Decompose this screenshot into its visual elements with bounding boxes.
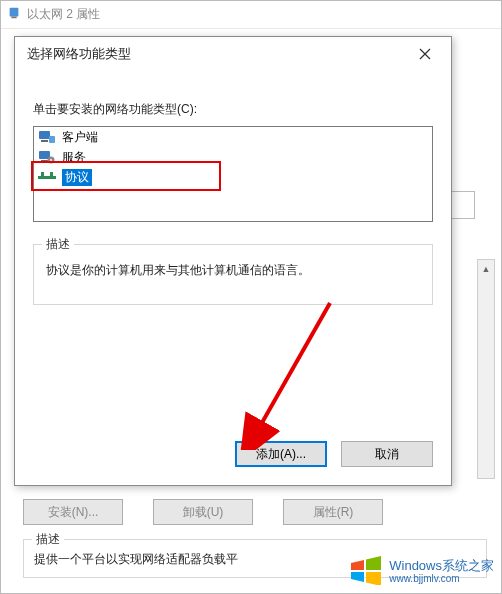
dialog-titlebar: 选择网络功能类型 [15,37,451,71]
svg-marker-18 [351,572,364,582]
add-button[interactable]: 添加(A)... [235,441,327,467]
list-item-service[interactable]: 服务 [34,147,432,167]
svg-rect-1 [11,17,16,19]
watermark-suffix: 系统之家 [442,558,494,573]
feature-type-listbox[interactable]: 客户端 服务 协议 [33,126,433,222]
svg-rect-13 [50,172,53,178]
svg-point-10 [50,159,52,161]
nic-icon [7,6,21,23]
scrollbar[interactable]: ▲ [477,259,495,479]
service-icon [38,149,56,165]
svg-marker-19 [366,572,381,585]
select-feature-type-dialog: 选择网络功能类型 单击要安装的网络功能类型(C): 客户端 服务 [14,36,452,486]
protocol-icon [38,169,56,185]
parent-title: 以太网 2 属性 [27,6,100,23]
parent-button-row: 安装(N)... 卸载(U) 属性(R) [23,499,487,525]
svg-marker-16 [351,560,364,570]
windows-logo-icon [349,555,383,588]
dialog-button-row: 添加(A)... 取消 [235,441,433,467]
svg-rect-0 [10,8,19,17]
watermark-text-block: Windows系统之家 www.bjjmlv.com [389,559,494,585]
svg-rect-11 [38,176,56,179]
close-button[interactable] [405,40,445,68]
parent-description-legend: 描述 [32,531,64,548]
list-item-client[interactable]: 客户端 [34,127,432,147]
svg-marker-17 [366,556,381,570]
dialog-description-group: 描述 协议是你的计算机用来与其他计算机通信的语言。 [33,244,433,305]
list-item-protocol[interactable]: 协议 [34,167,432,187]
dialog-title: 选择网络功能类型 [27,45,131,63]
uninstall-button[interactable]: 卸载(U) [153,499,253,525]
instruction-label: 单击要安装的网络功能类型(C): [33,101,433,118]
svg-rect-6 [49,136,55,143]
list-item-label: 服务 [62,149,86,166]
properties-button[interactable]: 属性(R) [283,499,383,525]
svg-rect-5 [41,140,48,142]
watermark-url: www.bjjmlv.com [389,573,494,584]
list-item-label: 协议 [62,169,92,186]
watermark: Windows系统之家 www.bjjmlv.com [349,555,494,588]
close-icon [419,48,431,60]
dialog-body: 单击要安装的网络功能类型(C): 客户端 服务 协议 [15,71,451,319]
watermark-brand: Windows [389,558,442,573]
svg-rect-12 [41,172,44,178]
dialog-description-text: 协议是你的计算机用来与其他计算机通信的语言。 [46,261,420,280]
client-icon [38,129,56,145]
svg-rect-8 [41,160,48,162]
parent-titlebar: 以太网 2 属性 [1,1,501,29]
svg-rect-4 [39,131,50,139]
list-item-label: 客户端 [62,129,98,146]
scroll-up-icon[interactable]: ▲ [478,260,494,278]
install-button[interactable]: 安装(N)... [23,499,123,525]
cancel-button[interactable]: 取消 [341,441,433,467]
dialog-description-legend: 描述 [42,236,74,253]
